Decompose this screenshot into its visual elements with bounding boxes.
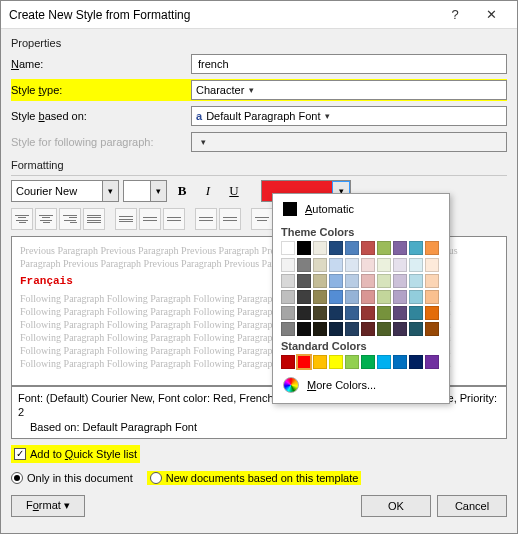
color-swatch[interactable]: [361, 274, 375, 288]
color-swatch[interactable]: [361, 355, 375, 369]
font-name-combo[interactable]: Courier New ▾: [11, 180, 119, 202]
color-swatch[interactable]: [297, 258, 311, 272]
color-swatch[interactable]: [345, 258, 359, 272]
color-swatch[interactable]: [409, 290, 423, 304]
color-swatch[interactable]: [425, 322, 439, 336]
color-swatch[interactable]: [345, 355, 359, 369]
color-swatch[interactable]: [377, 355, 391, 369]
color-swatch[interactable]: [313, 355, 327, 369]
color-swatch[interactable]: [281, 306, 295, 320]
color-swatch[interactable]: [281, 274, 295, 288]
automatic-color-item[interactable]: Automatic: [281, 200, 441, 222]
decrease-indent-button[interactable]: [251, 208, 273, 230]
more-colors-item[interactable]: More Colors...: [281, 375, 441, 395]
color-swatch[interactable]: [361, 322, 375, 336]
color-swatch[interactable]: [377, 258, 391, 272]
color-swatch[interactable]: [281, 322, 295, 336]
quick-style-checkbox[interactable]: [14, 448, 26, 460]
style-based-on-select[interactable]: a Default Paragraph Font ▾: [191, 106, 507, 126]
color-swatch[interactable]: [313, 258, 327, 272]
name-input[interactable]: [196, 57, 502, 71]
color-swatch[interactable]: [409, 355, 423, 369]
color-swatch[interactable]: [409, 274, 423, 288]
color-swatch[interactable]: [425, 290, 439, 304]
color-swatch[interactable]: [361, 306, 375, 320]
align-right-button[interactable]: [59, 208, 81, 230]
color-swatch[interactable]: [377, 290, 391, 304]
color-swatch[interactable]: [297, 355, 311, 369]
color-swatch[interactable]: [361, 241, 375, 255]
align-center-button[interactable]: [35, 208, 57, 230]
color-swatch[interactable]: [297, 290, 311, 304]
color-swatch[interactable]: [345, 306, 359, 320]
color-swatch[interactable]: [409, 258, 423, 272]
line-spacing-2-button[interactable]: [139, 208, 161, 230]
color-swatch[interactable]: [313, 290, 327, 304]
color-swatch[interactable]: [425, 241, 439, 255]
color-swatch[interactable]: [345, 290, 359, 304]
color-swatch[interactable]: [393, 322, 407, 336]
color-swatch[interactable]: [313, 322, 327, 336]
color-swatch[interactable]: [297, 274, 311, 288]
help-button[interactable]: ?: [437, 3, 473, 27]
color-swatch[interactable]: [329, 306, 343, 320]
line-spacing-3-button[interactable]: [163, 208, 185, 230]
color-swatch[interactable]: [313, 241, 327, 255]
color-swatch[interactable]: [425, 355, 439, 369]
color-swatch[interactable]: [361, 290, 375, 304]
color-swatch[interactable]: [297, 322, 311, 336]
color-swatch[interactable]: [377, 274, 391, 288]
color-swatch[interactable]: [297, 241, 311, 255]
align-justify-button[interactable]: [83, 208, 105, 230]
color-swatch[interactable]: [377, 241, 391, 255]
color-swatch[interactable]: [329, 355, 343, 369]
ok-button[interactable]: OK: [361, 495, 431, 517]
color-swatch[interactable]: [393, 258, 407, 272]
color-swatch[interactable]: [345, 241, 359, 255]
color-swatch[interactable]: [345, 274, 359, 288]
bold-button[interactable]: B: [171, 180, 193, 202]
color-swatch[interactable]: [393, 274, 407, 288]
color-swatch[interactable]: [281, 258, 295, 272]
chevron-down-icon: ▾: [244, 85, 258, 95]
color-swatch[interactable]: [393, 241, 407, 255]
align-left-button[interactable]: [11, 208, 33, 230]
space-after-button[interactable]: [219, 208, 241, 230]
color-swatch[interactable]: [281, 355, 295, 369]
color-swatch[interactable]: [393, 306, 407, 320]
underline-button[interactable]: U: [223, 180, 245, 202]
only-in-document-radio[interactable]: [11, 472, 23, 484]
style-type-select[interactable]: Character ▾: [191, 80, 507, 100]
color-swatch[interactable]: [425, 274, 439, 288]
color-swatch[interactable]: [297, 306, 311, 320]
color-swatch[interactable]: [409, 306, 423, 320]
color-swatch[interactable]: [409, 241, 423, 255]
new-documents-radio[interactable]: [150, 472, 162, 484]
color-swatch[interactable]: [425, 258, 439, 272]
line-spacing-1-button[interactable]: [115, 208, 137, 230]
cancel-button[interactable]: Cancel: [437, 495, 507, 517]
color-swatch[interactable]: [377, 306, 391, 320]
color-swatch[interactable]: [329, 274, 343, 288]
color-swatch[interactable]: [281, 241, 295, 255]
color-swatch[interactable]: [313, 306, 327, 320]
color-swatch[interactable]: [329, 258, 343, 272]
font-size-combo[interactable]: ▾: [123, 180, 167, 202]
color-swatch[interactable]: [281, 290, 295, 304]
format-button[interactable]: Format ▾: [11, 495, 85, 517]
name-field[interactable]: [191, 54, 507, 74]
color-swatch[interactable]: [329, 241, 343, 255]
color-swatch[interactable]: [329, 290, 343, 304]
italic-button[interactable]: I: [197, 180, 219, 202]
color-swatch[interactable]: [393, 290, 407, 304]
color-swatch[interactable]: [409, 322, 423, 336]
color-swatch[interactable]: [361, 258, 375, 272]
color-swatch[interactable]: [377, 322, 391, 336]
color-swatch[interactable]: [425, 306, 439, 320]
close-button[interactable]: ✕: [473, 3, 509, 27]
color-swatch[interactable]: [329, 322, 343, 336]
color-swatch[interactable]: [345, 322, 359, 336]
space-before-button[interactable]: [195, 208, 217, 230]
color-swatch[interactable]: [393, 355, 407, 369]
color-swatch[interactable]: [313, 274, 327, 288]
